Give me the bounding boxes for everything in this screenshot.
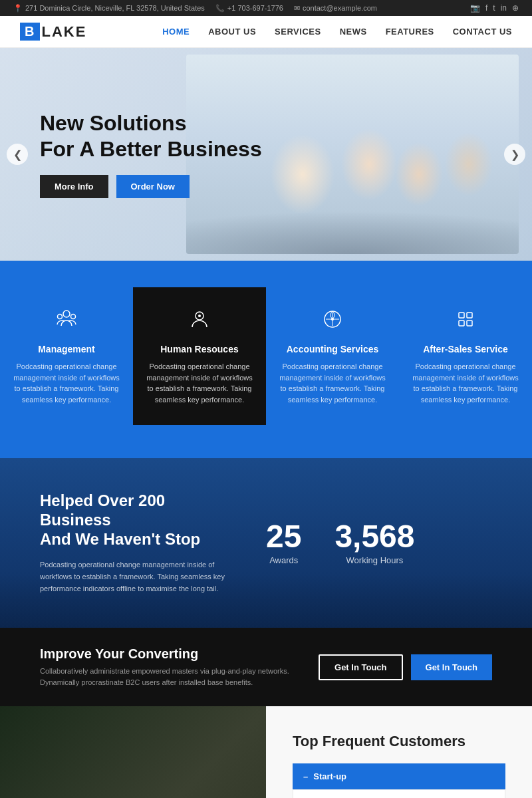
nav-contact[interactable]: CONTACT US xyxy=(453,27,512,37)
customers-content: Top Frequent Customers – Start-up Levera… xyxy=(266,706,532,798)
stats-description: Podcasting operational change management… xyxy=(40,559,239,595)
stats-section: Helped Over 200 Business And We Haven't … xyxy=(0,458,532,628)
arrow-right-icon: ❯ xyxy=(511,148,519,161)
svg-rect-9 xyxy=(459,313,464,318)
nav-home[interactable]: HOME xyxy=(162,27,190,37)
social-instagram[interactable]: 📷 xyxy=(470,3,480,13)
phone-icon: 📞 xyxy=(215,4,225,13)
hero-content: New Solutions For A Better Business More… xyxy=(0,110,302,198)
logo-text: LAKE xyxy=(41,23,86,41)
customers-title: Top Frequent Customers xyxy=(293,733,505,750)
customers-section: Top Frequent Customers – Start-up Levera… xyxy=(0,706,532,798)
social-twitter[interactable]: t xyxy=(493,3,495,13)
svg-rect-12 xyxy=(467,321,472,326)
hr-desc: Podcasting operational change management… xyxy=(146,361,253,405)
cta-description: Collaboratively administrate empowered m… xyxy=(40,666,306,688)
hero-prev-button[interactable]: ❮ xyxy=(7,144,28,165)
svg-point-0 xyxy=(63,311,70,317)
service-hr: Human Resouces Podcasting operational ch… xyxy=(133,287,266,425)
accordion-minus-icon: – xyxy=(303,771,308,781)
social-links: 📷 f t in ⊕ xyxy=(470,3,519,13)
customers-image xyxy=(0,706,266,798)
service-accounting: Accounting Services Podcasting operation… xyxy=(266,287,399,425)
logo-letter: B xyxy=(20,23,40,41)
nav-news[interactable]: NEWS xyxy=(340,27,367,37)
top-bar: 📍 271 Dominica Circle, Niceville, FL 325… xyxy=(0,0,532,16)
header: B LAKE HOME ABOUT US SERVICES NEWS FEATU… xyxy=(0,16,532,48)
more-info-button[interactable]: More Info xyxy=(40,175,108,198)
arrow-left-icon: ❮ xyxy=(13,148,22,161)
social-rss[interactable]: ⊕ xyxy=(512,3,519,13)
management-icon xyxy=(13,307,120,336)
management-title: Management xyxy=(13,344,120,354)
accounting-title: Accounting Services xyxy=(279,344,386,354)
address-info: 📍 271 Dominica Circle, Niceville, FL 325… xyxy=(13,4,205,13)
accordion-startup-body: Leverage agile frameworks to provide a r… xyxy=(293,789,505,798)
hr-title: Human Resouces xyxy=(146,344,253,354)
management-desc: Podcasting operational change management… xyxy=(13,361,120,405)
stats-heading: Helped Over 200 Business And We Haven't … xyxy=(40,491,239,549)
accordion-startup-header[interactable]: – Start-up xyxy=(293,763,505,789)
cta-buttons: Get In Touch Get In Touch xyxy=(319,654,492,680)
cta-text: Improve Your Converting Collaboratively … xyxy=(40,646,306,688)
services-grid: Management Podcasting operational change… xyxy=(0,287,532,425)
accordion-startup: – Start-up Leverage agile frameworks to … xyxy=(293,763,505,798)
aftersales-title: After-Sales Service xyxy=(412,344,519,354)
hr-icon xyxy=(146,307,253,336)
hours-number: 3,568 xyxy=(334,521,414,553)
hours-stat: 3,568 Working Hours xyxy=(334,521,414,565)
nav-services[interactable]: SERVICES xyxy=(275,27,321,37)
svg-point-1 xyxy=(58,315,63,319)
svg-rect-11 xyxy=(459,321,464,326)
svg-point-2 xyxy=(71,315,76,319)
hero-title: New Solutions For A Better Business xyxy=(40,110,262,162)
nav-features[interactable]: FEATURES xyxy=(386,27,434,37)
top-bar-left: 📍 271 Dominica Circle, Niceville, FL 325… xyxy=(13,4,377,13)
svg-point-4 xyxy=(198,315,201,317)
social-linkedin[interactable]: in xyxy=(501,3,507,13)
social-facebook[interactable]: f xyxy=(485,3,487,13)
logo[interactable]: B LAKE xyxy=(20,23,86,41)
stats-numbers: 25 Awards 3,568 Working Hours xyxy=(266,521,415,565)
cta-filled-button[interactable]: Get In Touch xyxy=(411,654,492,680)
accounting-desc: Podcasting operational change management… xyxy=(279,361,386,405)
awards-label: Awards xyxy=(266,555,301,565)
awards-number: 25 xyxy=(266,521,301,553)
location-icon: 📍 xyxy=(13,4,23,13)
order-now-button[interactable]: Order Now xyxy=(116,175,190,198)
hero-next-button[interactable]: ❯ xyxy=(504,144,525,165)
aftersales-icon xyxy=(412,307,519,336)
svg-rect-10 xyxy=(467,313,472,318)
customers-image-illustration xyxy=(0,706,266,798)
cta-title: Improve Your Converting xyxy=(40,646,306,662)
nav-about[interactable]: ABOUT US xyxy=(208,27,256,37)
stats-left: Helped Over 200 Business And We Haven't … xyxy=(40,491,239,595)
hero-section: ❮ ❯ New Solutions For A Better Business … xyxy=(0,48,532,261)
service-management: Management Podcasting operational change… xyxy=(0,287,133,425)
awards-stat: 25 Awards xyxy=(266,521,301,565)
svg-point-8 xyxy=(331,318,334,321)
services-section: Management Podcasting operational change… xyxy=(0,261,532,458)
main-nav: HOME ABOUT US SERVICES NEWS FEATURES CON… xyxy=(162,27,512,37)
email-info: ✉ contact@example.com xyxy=(294,4,377,13)
aftersales-desc: Podcasting operational change management… xyxy=(412,361,519,405)
phone-info: 📞 +1 703-697-1776 xyxy=(215,4,283,13)
hero-buttons: More Info Order Now xyxy=(40,175,262,198)
accounting-icon xyxy=(279,307,386,336)
service-aftersales: After-Sales Service Podcasting operation… xyxy=(399,287,532,425)
cta-outline-button[interactable]: Get In Touch xyxy=(319,654,402,680)
hours-label: Working Hours xyxy=(334,555,414,565)
cta-section: Improve Your Converting Collaboratively … xyxy=(0,628,532,706)
email-icon: ✉ xyxy=(294,4,300,13)
